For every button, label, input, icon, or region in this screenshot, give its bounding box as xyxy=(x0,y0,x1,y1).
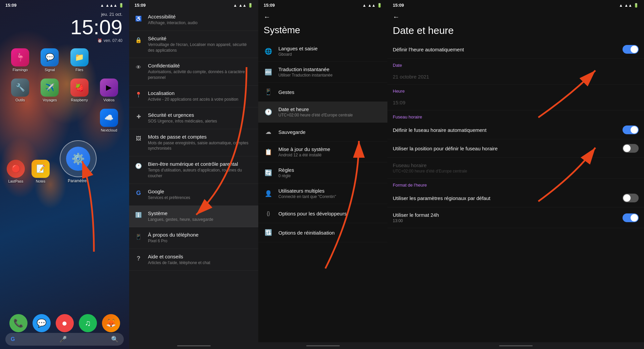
auto-time-toggle[interactable] xyxy=(623,45,639,54)
dt-item-auto-time[interactable]: Définir l'heure automatiquement xyxy=(387,40,644,59)
systeme-item-regles[interactable]: 🔄 Règles 0 règle xyxy=(258,162,387,183)
app-item-raspberry[interactable]: 🍓 Raspberry xyxy=(66,79,93,102)
heure-value: 15:09 xyxy=(393,100,639,105)
flamingo-label: Flamingo xyxy=(13,68,28,72)
fuseau-position-knob xyxy=(623,145,631,152)
a-propos-subtitle: Pixel 6 Pro xyxy=(148,238,253,244)
dock-firefox[interactable]: 🦊 xyxy=(102,314,120,332)
systeme-item-reinitialisation[interactable]: 🔃 Options de réinitialisation xyxy=(258,223,387,242)
dock-pocket[interactable]: ● xyxy=(56,314,74,332)
fuseau-horaire-value: UTC+02:00 heure d'été d'Europe centrale xyxy=(393,169,639,173)
bien-etre-title: Bien-être numérique et contrôle parental xyxy=(148,161,253,167)
settings-item-accessibilite[interactable]: ♿ Accessibilité Affichage, interaction, … xyxy=(129,9,258,31)
securite-title: Sécurité xyxy=(148,36,253,41)
settings-item-securite[interactable]: 🔒 Sécurité Verrouillage de l'écran, Loca… xyxy=(129,31,258,58)
accessibilite-subtitle: Affichage, interaction, audio xyxy=(148,20,253,26)
settings-item-google[interactable]: G Google Services et préférences xyxy=(129,184,258,206)
app-item-files[interactable]: 📁 Files xyxy=(66,48,93,72)
signal-icon-app: 💬 xyxy=(41,48,59,66)
format24-toggle[interactable] xyxy=(623,213,639,222)
app-item-outils[interactable]: 🔧 Outils xyxy=(7,79,34,102)
fuseau-position-toggle[interactable] xyxy=(623,144,639,153)
systeme-item-gestes[interactable]: 📱 Gestes xyxy=(258,83,387,102)
dt-item-fuseau-auto[interactable]: Définir le fuseau horaire automatiquemen… xyxy=(387,121,644,139)
traduction-icon: 🔤 xyxy=(264,67,273,77)
date-text: 21 octobre 2021 xyxy=(393,74,639,80)
app-item-flamingo[interactable]: 🦩 Flamingo xyxy=(7,48,34,72)
date-heure-title: Date et heure xyxy=(278,106,382,112)
systeme-item-date-heure[interactable]: 🕐 Date et heure UTC+02:00 heure d'été d'… xyxy=(258,102,387,122)
settings-item-confidentialite[interactable]: 👁 Confidentialité Autorisations, activit… xyxy=(129,58,258,86)
systeme-item-sauvegarde[interactable]: ☁ Sauvegarde xyxy=(258,122,387,142)
fuseau-auto-toggle[interactable] xyxy=(623,126,639,134)
app-item-nextcloud[interactable]: ☁️ Nextcloud xyxy=(96,109,122,132)
securite-text: Sécurité Verrouillage de l'écran, Locali… xyxy=(148,36,253,53)
systeme-item-dev[interactable]: {} Options pour les développeurs xyxy=(258,204,387,223)
regional-toggle[interactable] xyxy=(623,194,639,202)
dock-messages[interactable]: 💬 xyxy=(33,314,51,332)
systeme-item-langues[interactable]: 🌐 Langues et saisie Gboard xyxy=(258,41,387,62)
parametres-label: Paramètres xyxy=(68,179,89,183)
outils-icon: 🔧 xyxy=(11,79,29,97)
systeme-item-utilisateurs[interactable]: 👤 Utilisateurs multiples Connecté en tan… xyxy=(258,183,387,204)
flamingo-icon: 🦩 xyxy=(11,48,29,66)
dt-item-heure: 15:09 xyxy=(387,95,644,110)
regles-title: Règles xyxy=(278,167,382,173)
regional-title: Utiliser les paramètres régionaux par dé… xyxy=(393,195,623,201)
app-grid-row2: 🔧 Outils ✈️ Voyages 🍓 Raspberry ▶ Vidéos xyxy=(0,77,129,107)
dt-item-regional[interactable]: Utiliser les paramètres régionaux par dé… xyxy=(387,189,644,207)
battery-icon: 🔋 xyxy=(119,3,124,8)
dock-spotify[interactable]: ♫ xyxy=(79,314,97,332)
bien-etre-subtitle: Temps d'utilisation, auteurs d'applicati… xyxy=(148,167,253,179)
lens-icon: 🔍 xyxy=(111,336,118,343)
google-subtitle: Services et préférences xyxy=(148,195,253,201)
systeme-item-traduction[interactable]: 🔤 Traduction instantanée Utiliser Traduc… xyxy=(258,62,387,83)
settings-item-aide[interactable]: ? Aide et conseils Articles de l'aide, t… xyxy=(129,249,258,271)
systeme-back-button[interactable]: ← xyxy=(264,13,270,21)
dev-title: Options pour les développeurs xyxy=(278,211,382,216)
format24-value: 13:00 xyxy=(393,218,623,223)
settings-item-a-propos[interactable]: 📱 À propos du téléphone Pixel 6 Pro xyxy=(129,227,258,249)
settings-item-localisation[interactable]: 📍 Localisation Activée - 20 applications… xyxy=(129,86,258,107)
confidentialite-icon: 👁 xyxy=(135,63,143,71)
systeme-item-maj[interactable]: 📋 Mise à jour du système Android 12 a ét… xyxy=(258,142,387,162)
datetime-back-button[interactable]: ← xyxy=(393,13,399,21)
home-date: jeu. 21 oct. xyxy=(7,12,122,17)
home-alarm: ⏰ ven. 07:40 xyxy=(7,38,122,43)
battery-icon-sys: 🔋 xyxy=(377,3,382,8)
dt-item-format24[interactable]: Utiliser le format 24h 13:00 xyxy=(387,207,644,228)
settings-status-bar: 15:09 ▲ ▲▲ 🔋 xyxy=(129,0,258,9)
regional-text: Utiliser les paramètres régionaux par dé… xyxy=(393,195,623,201)
wifi-icon-s: ▲ xyxy=(233,3,237,8)
auto-time-title: Définir l'heure automatiquement xyxy=(393,47,623,52)
app-item-videos[interactable]: ▶ Vidéos xyxy=(96,79,122,102)
dt-item-fuseau-position[interactable]: Utiliser la position pour définir le fus… xyxy=(387,139,644,158)
home-search-bar[interactable]: G 🎤 🔍 xyxy=(5,333,124,346)
settings-item-mots-de-passe[interactable]: 🖼 Mots de passe et comptes Mots de passe… xyxy=(129,129,258,157)
settings-item-systeme[interactable]: ℹ️ Système Langues, gestes, heure, sauve… xyxy=(129,206,258,228)
fuseau-position-text: Utiliser la position pour définir le fus… xyxy=(393,146,623,151)
dock-phone[interactable]: 📞 xyxy=(9,314,28,332)
app-item-notes[interactable]: 📝 Notes xyxy=(32,160,50,183)
app-item-voyages[interactable]: ✈️ Voyages xyxy=(36,79,63,102)
battery-icon-dt: 🔋 xyxy=(634,3,639,8)
confidentialite-subtitle: Autorisations, activité du compte, donné… xyxy=(148,69,253,81)
settings-item-urgences[interactable]: ✚ Sécurité et urgences SOS Urgence, info… xyxy=(129,107,258,129)
panel-settings: 15:09 ▲ ▲▲ 🔋 ♿ Accessibilité Affichage, … xyxy=(129,0,258,349)
signal-label: Signal xyxy=(45,68,55,72)
datetime-status-bar: 15:09 ▲ ▲▲ 🔋 xyxy=(387,0,644,9)
format24-title: Utiliser le format 24h xyxy=(393,212,623,218)
fuseau-horaire-title: Fuseau horaire xyxy=(393,162,639,168)
google-g-icon: G xyxy=(11,336,15,342)
nextcloud-label: Nextcloud xyxy=(101,128,117,132)
app-item-signal[interactable]: 💬 Signal xyxy=(36,48,63,72)
files-icon: 📁 xyxy=(70,48,89,66)
datetime-nav-bar xyxy=(387,342,644,349)
app-item-lastpass[interactable]: 🔴 LastPass xyxy=(7,160,25,183)
bien-etre-text: Bien-être numérique et contrôle parental… xyxy=(148,161,253,179)
langues-text: Langues et saisie Gboard xyxy=(278,46,382,57)
settings-time: 15:09 xyxy=(135,3,146,8)
settings-item-bien-etre[interactable]: 🕐 Bien-être numérique et contrôle parent… xyxy=(129,156,258,184)
home-status-icons: ▲ ▲▲▲ 🔋 xyxy=(100,3,124,8)
parametres-circle-wrap[interactable]: ⚙️ Paramètres xyxy=(60,140,97,183)
